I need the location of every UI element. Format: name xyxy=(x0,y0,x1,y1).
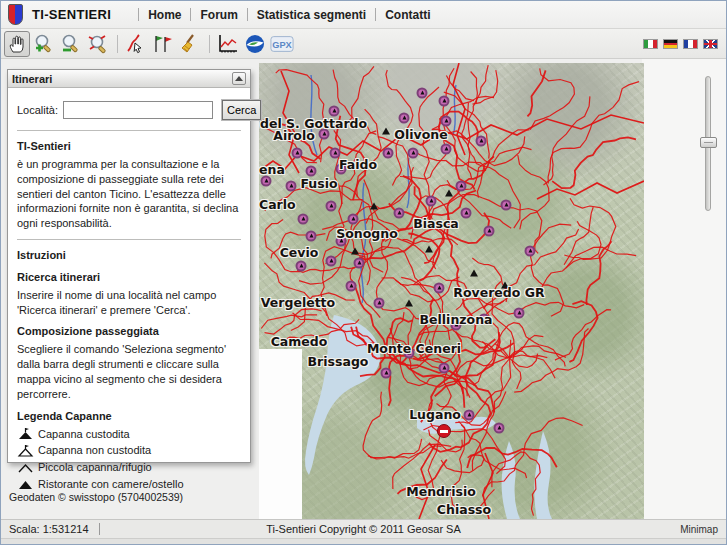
hut-marker-icon[interactable] xyxy=(461,208,472,219)
hut-marker-icon[interactable] xyxy=(514,308,525,319)
hut-marker-icon[interactable] xyxy=(441,144,452,155)
place-label: Roveredo GR xyxy=(453,285,544,300)
minimap-toggle[interactable]: Minimap xyxy=(680,524,726,535)
zoom-in-tool-button[interactable] xyxy=(31,31,57,57)
elevation-profile-tool-button[interactable] xyxy=(215,31,241,57)
missing-map-tile xyxy=(259,349,302,519)
hut-marker-icon[interactable] xyxy=(441,116,452,127)
magnifier-region-icon xyxy=(87,33,109,55)
legend-item: Capanna custodita xyxy=(17,427,241,442)
legend-item: Piccola capanna/rifugio xyxy=(17,460,241,475)
clear-tool-button[interactable] xyxy=(177,31,203,57)
footer-strip xyxy=(1,539,726,545)
peak-marker-icon xyxy=(470,270,478,277)
zoom-out-tool-button[interactable] xyxy=(58,31,84,57)
gpx-export-tool-button[interactable]: GPX xyxy=(269,31,295,57)
hut-marker-icon[interactable] xyxy=(439,96,450,107)
app-title: TI-SENTIERI xyxy=(32,7,111,22)
hut-marker-icon[interactable] xyxy=(494,423,505,434)
hut-filled-icon xyxy=(17,478,34,491)
app-window: TI-SENTIERI Home Forum Statistica segmen… xyxy=(0,0,727,545)
hut-marker-icon[interactable] xyxy=(484,226,495,237)
flags-icon xyxy=(151,33,175,55)
map-toolbar: GPX xyxy=(1,29,726,59)
instructions-title: Istruzioni xyxy=(17,248,241,263)
menu-divider xyxy=(375,8,376,21)
no-entry-sign-icon[interactable] xyxy=(437,424,451,438)
hut-marker-icon[interactable] xyxy=(348,214,359,225)
hut-marker-icon[interactable] xyxy=(434,283,445,294)
map-attribution: Geodaten © swisstopo (5704002539) xyxy=(9,491,183,503)
right-gutter xyxy=(642,59,726,519)
place-label: Brissago xyxy=(308,354,369,369)
google-earth-icon xyxy=(244,33,266,55)
map-viewport[interactable]: del S. GottardoAiroloOlivoneFaidoenaFusi… xyxy=(259,63,644,519)
hut-marker-icon[interactable] xyxy=(464,410,475,421)
place-label: Faido xyxy=(339,157,377,172)
google-earth-tool-button[interactable] xyxy=(242,31,268,57)
menu-item-forum[interactable]: Forum xyxy=(200,8,237,22)
locality-search-input[interactable] xyxy=(63,101,213,119)
hut-marker-icon[interactable] xyxy=(326,201,337,212)
hut-marker-icon[interactable] xyxy=(476,136,487,147)
hut-marker-icon[interactable] xyxy=(298,214,309,225)
hut-marker-icon[interactable] xyxy=(417,88,428,99)
hut-open-icon xyxy=(17,461,34,474)
hut-marker-icon[interactable] xyxy=(439,363,450,374)
hut-marker-icon[interactable] xyxy=(426,196,437,207)
select-segment-tool-button[interactable] xyxy=(123,31,149,57)
hut-marker-icon[interactable] xyxy=(456,181,467,192)
hut-marker-icon[interactable] xyxy=(346,281,357,292)
france-flag-icon[interactable] xyxy=(683,39,698,49)
place-label: Biasca xyxy=(413,216,459,231)
about-title: TI-Sentieri xyxy=(17,139,241,154)
menu-item-contatti[interactable]: Contatti xyxy=(385,8,430,22)
hut-marker-icon[interactable] xyxy=(383,148,394,159)
hut-marker-icon[interactable] xyxy=(394,208,405,219)
menu-item-statistica-segmenti[interactable]: Statistica segmenti xyxy=(257,8,366,22)
hut-marker-icon[interactable] xyxy=(374,298,385,309)
hut-marker-icon[interactable] xyxy=(501,200,512,211)
segment-cursor-icon xyxy=(125,33,147,55)
hut-marker-icon[interactable] xyxy=(381,368,392,379)
divider xyxy=(17,130,241,131)
search-label: Località: xyxy=(17,103,58,118)
search-row: Località: Cerca xyxy=(17,100,241,120)
map-canvas xyxy=(259,63,644,519)
hut-marker-icon[interactable] xyxy=(525,246,536,257)
main-area: del S. GottardoAiroloOlivoneFaidoenaFusi… xyxy=(1,59,726,519)
hut-marker-icon[interactable] xyxy=(399,113,410,124)
hut-marker-icon[interactable] xyxy=(261,176,272,187)
place-label: Lugano xyxy=(409,407,461,422)
route-flags-tool-button[interactable] xyxy=(150,31,176,57)
ticino-shield-logo-icon xyxy=(8,4,23,25)
broom-icon xyxy=(179,33,201,55)
menu-item-home[interactable]: Home xyxy=(148,8,181,22)
zoom-region-tool-button[interactable] xyxy=(85,31,111,57)
copyright-text: Ti-Sentieri Copyright © 2011 Geosar SA xyxy=(1,523,726,535)
hut-marker-icon[interactable] xyxy=(296,261,307,272)
hut-marker-icon[interactable] xyxy=(306,231,317,242)
cerca-button[interactable]: Cerca xyxy=(222,100,261,120)
panel-header[interactable]: Itinerari xyxy=(8,70,250,88)
menu-divider xyxy=(190,8,191,21)
collapse-panel-button[interactable] xyxy=(232,72,246,85)
panel-title: Itinerari xyxy=(12,73,232,85)
italy-flag-icon[interactable] xyxy=(643,39,658,49)
uk-flag-icon[interactable] xyxy=(703,39,718,49)
gpx-icon: GPX xyxy=(270,34,294,54)
pan-tool-button[interactable] xyxy=(4,31,30,57)
hut-marker-icon[interactable] xyxy=(326,256,337,267)
divider xyxy=(17,239,241,240)
legend-label: Piccola capanna/rifugio xyxy=(38,460,152,475)
zoom-slider-handle[interactable] xyxy=(700,137,717,148)
peak-marker-icon xyxy=(405,300,413,307)
hut-marker-icon[interactable] xyxy=(354,258,365,269)
magnifier-minus-icon xyxy=(60,33,82,55)
svg-text:GPX: GPX xyxy=(272,39,292,49)
hut-marker-icon[interactable] xyxy=(292,148,303,159)
hut-marker-icon[interactable] xyxy=(408,148,419,159)
place-label: Bellinzona xyxy=(420,312,493,327)
germany-flag-icon[interactable] xyxy=(663,39,678,49)
hut-marker-icon[interactable] xyxy=(286,181,297,192)
